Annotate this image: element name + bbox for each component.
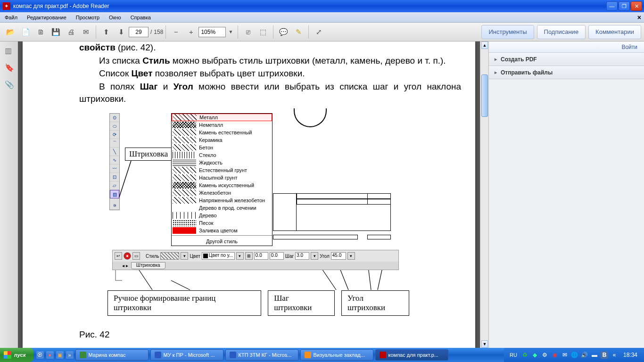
menu-window[interactable]: Окно: [104, 13, 126, 22]
style-dropdown: Металл Неметалл Камень естественный Кера…: [171, 113, 272, 246]
page-sep: /: [150, 29, 152, 35]
vertical-scrollbar[interactable]: ▲ ▼: [480, 41, 488, 348]
task-label: Визуальные заклад...: [314, 352, 365, 358]
zoom-dropdown-icon[interactable]: ▼: [227, 25, 234, 39]
task-button[interactable]: Марина компас: [75, 349, 149, 361]
tool-icon: ▱: [110, 181, 119, 190]
comment-button[interactable]: Комментарии: [588, 25, 641, 39]
dropdown-item: Камень искусственный: [172, 181, 272, 189]
ql-icon[interactable]: ●: [46, 351, 54, 359]
task-button[interactable]: Визуальные заклад...: [300, 349, 373, 361]
prop-stop-icon: ●: [124, 252, 131, 260]
read-mode-icon[interactable]: ⤢: [312, 25, 325, 39]
ql-icon[interactable]: »: [66, 351, 74, 359]
angle-field: 45.0: [331, 252, 346, 260]
start-button[interactable]: пуск: [0, 348, 33, 362]
task-label: КТП 3ТМ КГ - Micros...: [239, 352, 292, 358]
panel-send-files[interactable]: Отправить файлы: [489, 66, 644, 79]
close-button[interactable]: ✕: [631, 1, 642, 11]
text: (рис. 42).: [116, 42, 156, 52]
minimize-button[interactable]: —: [606, 1, 618, 11]
tray-icon[interactable]: 🔊: [581, 351, 588, 359]
tools-button[interactable]: Инструменты: [481, 25, 534, 39]
print-icon[interactable]: 🖨: [64, 25, 77, 39]
tray-icon[interactable]: 🌐: [571, 351, 578, 359]
page-number-input[interactable]: [129, 27, 149, 37]
tool-icon: ⟳: [110, 131, 119, 139]
maximize-button[interactable]: ❐: [619, 1, 630, 11]
login-link[interactable]: Войти: [489, 41, 644, 53]
dropdown-item: Бетон: [172, 144, 272, 151]
attachments-icon[interactable]: 📎: [5, 80, 13, 89]
panel-create-pdf[interactable]: Создать PDF: [489, 53, 644, 66]
taskbar: пуск ⦿ ● ▣ » Марина компас МУ к ПР - Mic…: [0, 348, 644, 362]
task-button[interactable]: МУ к ПР - Microsoft ...: [150, 349, 223, 361]
tray-icon[interactable]: ⚙: [541, 351, 549, 359]
annotation-angle: Угол штриховки: [341, 290, 409, 316]
comment-icon[interactable]: 💬: [277, 25, 290, 39]
tray-icon[interactable]: «: [611, 351, 618, 359]
tool-icon: ∿: [110, 156, 119, 165]
menu-file[interactable]: Файл: [0, 13, 22, 22]
scroll-down-icon[interactable]: ▼: [481, 340, 488, 348]
tab-bar: ◂ ▸ Штриховка: [112, 262, 399, 270]
dropdown-item: Естественный грунт: [172, 166, 272, 174]
dropdown-other: Другой стиль: [172, 237, 272, 246]
dropdown-icon: ▾: [311, 252, 318, 260]
svg-line-6: [138, 269, 152, 290]
separator: [273, 25, 273, 39]
tool-icon: ⊙: [110, 114, 119, 122]
document-close-icon[interactable]: ×: [637, 14, 641, 21]
bookmarks-icon[interactable]: 🔖: [5, 63, 13, 72]
scroll-up-icon[interactable]: ▲: [481, 41, 488, 49]
thumbnails-icon[interactable]: ▥: [5, 46, 13, 55]
titlebar: ✦ компас для практ.pdf - Adobe Reader — …: [0, 0, 644, 12]
task-button[interactable]: КТП 3ТМ КГ - Micros...: [225, 349, 298, 361]
dropdown-item: Камень естественный: [172, 129, 272, 136]
text: В полях: [99, 82, 140, 91]
text: Стиль: [142, 56, 170, 66]
open-icon[interactable]: 📂: [4, 25, 17, 39]
drawing-stamp: [273, 193, 391, 245]
dropdown-item: Неметалл: [172, 121, 272, 129]
ql-icon[interactable]: ⦿: [36, 351, 44, 359]
separator: [238, 25, 238, 39]
text: позволяет выбрать цвет штриховки.: [152, 68, 305, 78]
color-field: Цвет по у...: [202, 252, 235, 260]
dropdown-icon: ▾: [236, 252, 244, 260]
page-up-icon[interactable]: ⬆: [99, 25, 113, 39]
dropdown-item: Стекло: [172, 151, 272, 159]
tray-icon[interactable]: B: [601, 351, 608, 359]
zoom-out-icon[interactable]: −: [169, 25, 182, 39]
tray-icon[interactable]: ◉: [551, 351, 559, 359]
clock[interactable]: 18:34: [620, 352, 640, 358]
separator: [308, 25, 309, 39]
create-pdf-icon[interactable]: 📄: [19, 25, 32, 39]
task-button-active[interactable]: компас для практ.p...: [375, 349, 448, 361]
document-viewport[interactable]: свойств (рис. 42). Из списка Стиль можно…: [18, 41, 480, 348]
text: свойств: [79, 42, 116, 52]
fit-width-icon[interactable]: ⎚: [241, 25, 255, 39]
tool-icon: ⌒: [110, 139, 119, 148]
tray-icon[interactable]: ▬: [591, 351, 598, 359]
zoom-in-icon[interactable]: +: [184, 25, 198, 39]
zoom-input[interactable]: [198, 27, 226, 37]
page-down-icon[interactable]: ⬇: [115, 25, 128, 39]
sign-button[interactable]: Подписание: [537, 25, 586, 39]
highlight-icon[interactable]: ✎: [292, 25, 305, 39]
ql-icon[interactable]: ▣: [56, 351, 64, 359]
menu-help[interactable]: Справка: [126, 13, 156, 22]
scroll-thumb[interactable]: [481, 74, 488, 117]
save-icon[interactable]: 💾: [49, 25, 62, 39]
tray-icon[interactable]: ✉: [561, 351, 569, 359]
language-indicator[interactable]: RU: [508, 351, 519, 359]
convert-icon[interactable]: 🗎: [34, 25, 47, 39]
menu-edit[interactable]: Редактирование: [22, 13, 71, 22]
system-tray: RU ♻ ◆ ⚙ ◉ ✉ 🌐 🔊 ▬ B « 18:34: [504, 348, 644, 362]
menu-view[interactable]: Просмотр: [71, 13, 104, 22]
tray-icon[interactable]: ◆: [531, 351, 539, 359]
text: и: [157, 82, 173, 91]
fit-page-icon[interactable]: ⬚: [256, 25, 270, 39]
email-icon[interactable]: ✉: [79, 25, 92, 39]
tray-icon[interactable]: ♻: [521, 351, 529, 359]
